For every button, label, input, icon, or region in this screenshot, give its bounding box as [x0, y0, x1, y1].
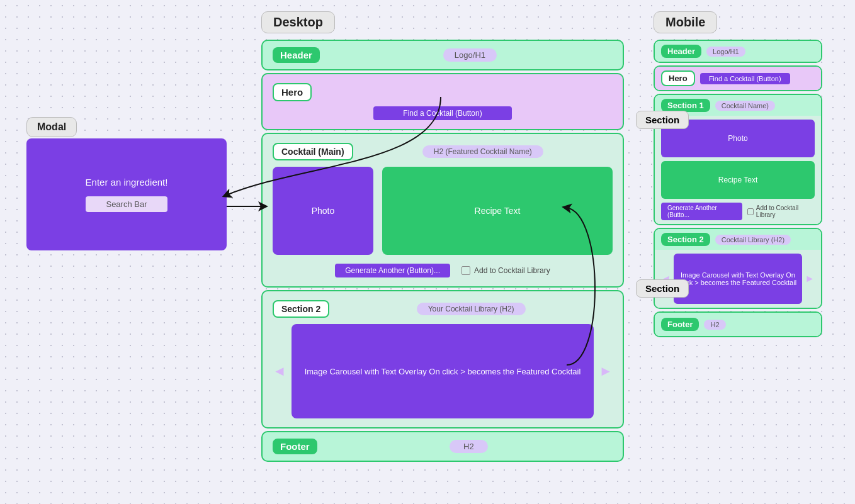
carousel-right-arrow[interactable]: ►: [599, 363, 613, 379]
mobile-hero-tag: Hero: [661, 70, 695, 86]
desktop-section2-tag: Section 2: [273, 300, 329, 318]
desktop-add-library-checkbox[interactable]: [461, 266, 470, 275]
carousel-left-arrow[interactable]: ◄: [273, 363, 286, 379]
mobile-section2-body: ◄ Image Carousel with Text Overlay On cl…: [655, 250, 821, 308]
modal-box: Enter an ingredient! Search Bar: [26, 138, 227, 250]
mobile-header: Header Logo/H1: [654, 40, 822, 63]
mobile-footer: Footer H2: [654, 311, 822, 337]
mobile-section1-actions: Generate Another (Butto... Add to Cockta…: [661, 203, 815, 220]
modal-label: Modal: [26, 117, 77, 137]
desktop-section2: Section 2 Your Cocktail Library (H2) ◄ I…: [261, 290, 624, 428]
mobile-section1-subtitle: Cocktail Name): [715, 101, 775, 111]
mobile-header-logo: Logo/H1: [706, 47, 745, 57]
mobile-footer-h2: H2: [704, 320, 725, 330]
mobile-header-tag: Header: [661, 45, 701, 58]
desktop-find-cocktail-button[interactable]: Find a Cocktail (Button): [373, 106, 512, 120]
desktop-featured-name-pill: H2 (Featured Cocktail Name): [422, 145, 543, 158]
mobile-section1-body: Photo Recipe Text Generate Another (Butt…: [655, 116, 821, 224]
desktop-header: Header Logo/H1: [261, 40, 624, 70]
right-section-label-top: Section: [636, 111, 689, 129]
mobile-carousel-box[interactable]: Image Carousel with Text Overlay On clic…: [674, 254, 802, 304]
desktop-header-logo: Logo/H1: [443, 48, 497, 62]
desktop-footer-h2: H2: [450, 440, 488, 453]
desktop-cocktail-recipe: Recipe Text: [382, 167, 613, 255]
desktop-cocktail-main: Cocktail (Main) H2 (Featured Cocktail Na…: [261, 133, 624, 288]
desktop-generate-button[interactable]: Generate Another (Button)...: [335, 264, 450, 277]
mobile-footer-bar: Footer H2: [655, 313, 821, 336]
mobile-section2-header: Section 2 Cocktail Library (H2): [655, 229, 821, 250]
desktop-header-tag: Header: [273, 47, 320, 63]
desktop-section2-subtitle: Your Cocktail Library (H2): [417, 303, 526, 315]
mobile-carousel-right-arrow[interactable]: ►: [805, 273, 815, 284]
mobile-footer-tag: Footer: [661, 318, 699, 331]
mobile-generate-button[interactable]: Generate Another (Butto...: [661, 203, 742, 220]
mobile-section1-tag: Section 1: [661, 99, 710, 112]
desktop-label: Desktop: [261, 11, 335, 33]
mobile-add-library-checkbox[interactable]: [747, 208, 754, 215]
desktop-add-library-label: Add to Cocktail Library: [474, 266, 550, 275]
mobile-label: Mobile: [654, 11, 717, 33]
desktop-carousel-box[interactable]: Image Carousel with Text Overlay On clic…: [292, 324, 594, 418]
mobile-header-bar: Header Logo/H1: [655, 41, 821, 62]
desktop-section: Desktop Header Logo/H1 Hero Find a Cockt…: [261, 11, 624, 462]
modal-enter-ingredient: Enter an ingredient!: [86, 177, 168, 188]
mobile-section2-subtitle: Cocktail Library (H2): [715, 235, 791, 245]
desktop-footer-tag: Footer: [273, 439, 317, 454]
desktop-footer: Footer H2: [261, 431, 624, 462]
modal-search-bar[interactable]: Search Bar: [86, 196, 167, 212]
mobile-find-cocktail-button[interactable]: Find a Cocktail (Button): [700, 73, 790, 84]
mobile-hero: Hero Find a Cocktail (Button): [654, 65, 822, 91]
desktop-cocktail-photo: Photo: [273, 167, 373, 255]
desktop-add-library-row: Add to Cocktail Library: [461, 266, 550, 275]
mobile-hero-bar: Hero Find a Cocktail (Button): [655, 67, 821, 90]
mobile-add-library-label: Add to Cocktail Library: [756, 204, 815, 218]
mobile-section2-tag: Section 2: [661, 233, 710, 246]
desktop-hero-tag: Hero: [273, 83, 312, 101]
right-section-label-bottom: Section: [636, 279, 689, 298]
mobile-add-library-row: Add to Cocktail Library: [747, 204, 815, 218]
desktop-hero: Hero Find a Cocktail (Button): [261, 73, 624, 130]
mobile-section1-recipe: Recipe Text: [661, 161, 815, 199]
desktop-cocktail-tag: Cocktail (Main): [273, 143, 353, 160]
